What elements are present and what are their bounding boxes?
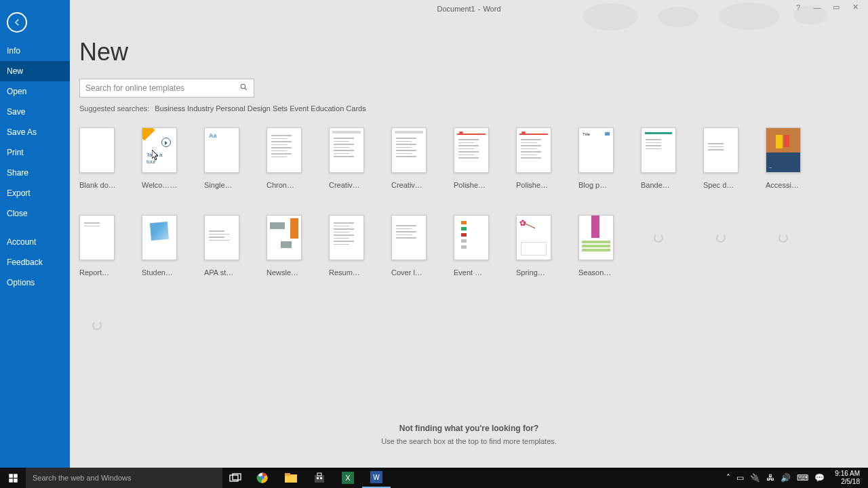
- suggested-link-cards[interactable]: Cards: [346, 104, 366, 113]
- not-finding-title: Not finding what you're looking for?: [79, 424, 859, 433]
- template-aa-2[interactable]: Single…: [204, 127, 239, 189]
- keyboard-icon[interactable]: ⌨: [797, 473, 808, 483]
- sidebar-item-print[interactable]: Print: [0, 142, 70, 163]
- template-event-18[interactable]: Event …: [454, 215, 489, 277]
- template-creativ-4[interactable]: Creativ…: [329, 127, 364, 189]
- template-thumb: [641, 127, 676, 173]
- svg-rect-14: [317, 477, 319, 479]
- backstage-sidebar: InfoNewOpenSaveSave AsPrintShareExportCl…: [0, 0, 70, 468]
- sidebar-item-info[interactable]: Info: [0, 41, 70, 61]
- template-label: APA st…: [204, 268, 246, 277]
- sidebar-item-share[interactable]: Share: [0, 163, 70, 183]
- sidebar-item-account[interactable]: Account: [0, 232, 70, 252]
- template-student-13[interactable]: Studen…: [142, 215, 177, 277]
- template-thumb: [641, 215, 676, 260]
- cortana-search[interactable]: Search the web and Windows: [26, 468, 222, 488]
- store-icon[interactable]: [305, 468, 334, 488]
- network-icon[interactable]: 🖧: [766, 473, 774, 483]
- task-view-icon[interactable]: [222, 473, 248, 483]
- template-search[interactable]: [79, 79, 254, 98]
- close-icon[interactable]: ✕: [850, 3, 860, 12]
- template-apa-14[interactable]: APA st…: [204, 215, 239, 277]
- template-creativ-5[interactable]: Creativ…: [391, 127, 427, 189]
- help-icon[interactable]: ?: [793, 3, 803, 12]
- sidebar-item-options[interactable]: Options: [0, 272, 70, 293]
- search-input[interactable]: [85, 83, 239, 93]
- file-explorer-icon[interactable]: [277, 468, 305, 488]
- template-polish-6[interactable]: Polishe…: [454, 127, 489, 189]
- template-thumb: [79, 127, 115, 173]
- template-label: Resum…: [329, 268, 371, 277]
- window-controls: ? — ▭ ✕: [788, 0, 865, 14]
- suggested-link-education[interactable]: Education: [311, 104, 344, 113]
- template-season-20[interactable]: Season…: [578, 215, 614, 277]
- template-thumb: Take atour: [142, 127, 177, 173]
- template-report-12[interactable]: Report…: [79, 215, 115, 277]
- template-blog-8[interactable]: TitleBlog p…: [578, 127, 614, 189]
- template-chron-3[interactable]: Chron…: [267, 127, 302, 189]
- template-polish-7[interactable]: Polishe…: [516, 127, 551, 189]
- template-thumb: [516, 215, 551, 260]
- template-newsle-15[interactable]: Newsle…: [267, 215, 302, 277]
- word-icon[interactable]: W: [362, 468, 391, 488]
- minimize-icon[interactable]: —: [812, 3, 822, 12]
- suggested-link-personal[interactable]: Personal: [216, 104, 245, 113]
- clock[interactable]: 9:16 AM 2/5/18: [831, 470, 864, 486]
- suggested-link-industry[interactable]: Industry: [187, 104, 214, 113]
- template-blank-0[interactable]: Blank do…: [79, 127, 115, 189]
- search-icon[interactable]: [239, 83, 248, 94]
- back-button[interactable]: [7, 12, 27, 33]
- template-loading-21: [641, 215, 676, 277]
- template-welcome-1[interactable]: Take atourWelco…📌: [142, 127, 177, 189]
- notification-icon[interactable]: 💬: [814, 473, 825, 483]
- sidebar-item-open[interactable]: Open: [0, 81, 70, 102]
- template-spring-19[interactable]: Spring…: [516, 215, 551, 277]
- template-loading-22: [703, 215, 738, 277]
- sidebar-item-save[interactable]: Save: [0, 102, 70, 122]
- battery-icon[interactable]: ▭: [736, 473, 744, 483]
- template-thumb: •••: [766, 127, 801, 173]
- maximize-icon[interactable]: ▭: [831, 3, 841, 12]
- template-label: Chron…: [267, 181, 309, 189]
- suggested-link-business[interactable]: Business: [155, 104, 185, 113]
- template-cover-17[interactable]: Cover l…: [391, 215, 427, 277]
- template-resume-16[interactable]: Resum…: [329, 215, 364, 277]
- svg-rect-11: [285, 473, 290, 476]
- template-accessi-11[interactable]: •••Accessi…: [766, 127, 801, 189]
- clock-time: 9:16 AM: [835, 470, 860, 478]
- sidebar-item-new[interactable]: New: [0, 61, 70, 81]
- template-thumb: [516, 127, 551, 173]
- chrome-icon[interactable]: [248, 468, 277, 488]
- excel-icon[interactable]: X: [334, 468, 362, 488]
- suggested-label: Suggested searches:: [79, 104, 149, 113]
- template-label: Welco…📌: [142, 181, 184, 189]
- template-thumb: [454, 127, 489, 173]
- windows-taskbar: Search the web and Windows X W ˄ ▭ 🔌 🖧 🔊…: [0, 468, 868, 488]
- template-banded-9[interactable]: Bande…: [641, 127, 676, 189]
- svg-text:X: X: [345, 474, 351, 482]
- tray-chevron-icon[interactable]: ˄: [726, 473, 730, 483]
- power-icon[interactable]: 🔌: [750, 473, 760, 483]
- template-label: Report…: [79, 268, 121, 277]
- sidebar-item-close[interactable]: Close: [0, 203, 70, 224]
- template-label: Newsle…: [267, 268, 309, 277]
- sidebar-item-feedback[interactable]: Feedback: [0, 252, 70, 272]
- suggested-searches: Suggested searches: Business Industry Pe…: [79, 104, 859, 113]
- template-label: Creativ…: [329, 181, 371, 189]
- app-name: Word: [483, 5, 500, 13]
- template-label: Event …: [454, 268, 496, 277]
- suggested-link-design-sets[interactable]: Design Sets: [248, 104, 288, 113]
- svg-rect-7: [233, 474, 241, 480]
- start-button[interactable]: [0, 468, 26, 488]
- sidebar-item-export[interactable]: Export: [0, 183, 70, 203]
- volume-icon[interactable]: 🔊: [781, 473, 791, 483]
- template-thumb: [267, 215, 302, 260]
- suggested-link-event[interactable]: Event: [290, 104, 309, 113]
- template-label: Single…: [204, 181, 246, 189]
- not-finding-sub: Use the search box at the top to find mo…: [79, 437, 859, 445]
- sidebar-item-save-as[interactable]: Save As: [0, 122, 70, 142]
- template-label: Season…: [578, 268, 620, 277]
- template-spec-10[interactable]: Spec d…: [703, 127, 738, 189]
- svg-rect-5: [14, 479, 18, 483]
- template-label: Cover l…: [391, 268, 433, 277]
